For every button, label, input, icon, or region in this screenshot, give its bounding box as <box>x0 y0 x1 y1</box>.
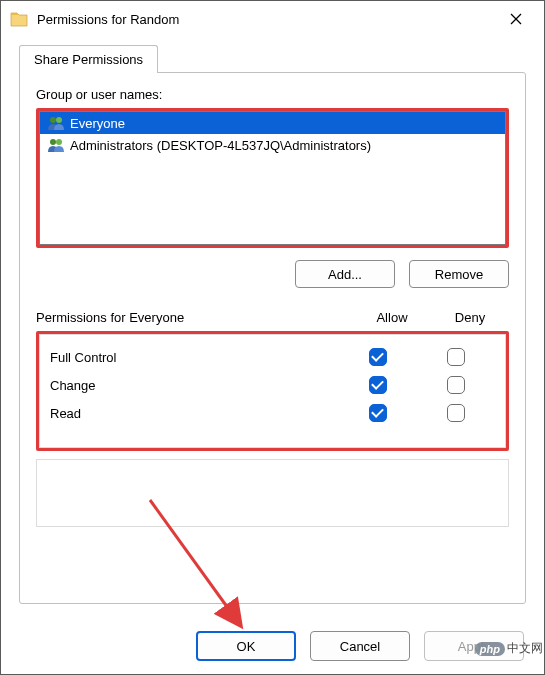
perm-name: Change <box>50 378 339 393</box>
user-row-administrators[interactable]: Administrators (DESKTOP-4L537JQ\Administ… <box>40 134 505 156</box>
svg-point-4 <box>50 139 56 145</box>
watermark-text: 中文网 <box>507 640 543 657</box>
users-group-icon <box>46 137 66 153</box>
user-list-highlight: Everyone Administrators (DESKTOP-4L537JQ… <box>36 108 509 248</box>
window-title: Permissions for Random <box>37 12 494 27</box>
allow-checkbox-read[interactable] <box>369 404 387 422</box>
users-group-icon <box>46 115 66 131</box>
remove-button[interactable]: Remove <box>409 260 509 288</box>
deny-column-header: Deny <box>431 310 509 325</box>
permissions-title: Permissions for Everyone <box>36 310 353 325</box>
tab-share-permissions[interactable]: Share Permissions <box>19 45 158 73</box>
watermark-brand: php <box>475 642 505 656</box>
close-button[interactable] <box>494 4 538 34</box>
deny-checkbox-full-control[interactable] <box>447 348 465 366</box>
add-button[interactable]: Add... <box>295 260 395 288</box>
perm-row-change: Change <box>50 371 495 399</box>
ok-button[interactable]: OK <box>196 631 296 661</box>
deny-checkbox-read[interactable] <box>447 404 465 422</box>
titlebar: Permissions for Random <box>1 1 544 37</box>
user-name: Administrators (DESKTOP-4L537JQ\Administ… <box>70 138 371 153</box>
user-row-everyone[interactable]: Everyone <box>40 112 505 134</box>
group-user-label: Group or user names: <box>36 87 509 102</box>
deny-checkbox-change[interactable] <box>447 376 465 394</box>
list-button-row: Add... Remove <box>36 260 509 288</box>
user-name: Everyone <box>70 116 125 131</box>
allow-checkbox-full-control[interactable] <box>369 348 387 366</box>
permissions-table: Full Control Change Read <box>39 334 506 448</box>
allow-checkbox-change[interactable] <box>369 376 387 394</box>
user-list[interactable]: Everyone Administrators (DESKTOP-4L537JQ… <box>39 111 506 245</box>
dialog-body: Share Permissions Group or user names: <box>1 37 544 618</box>
dialog-footer: OK Cancel Apply <box>1 618 544 674</box>
svg-point-5 <box>56 139 62 145</box>
svg-point-2 <box>50 117 56 123</box>
close-icon <box>510 13 522 25</box>
perm-name: Full Control <box>50 350 339 365</box>
perm-row-full-control: Full Control <box>50 343 495 371</box>
permissions-table-highlight: Full Control Change Read <box>36 331 509 451</box>
folder-icon <box>9 9 29 29</box>
permissions-header: Permissions for Everyone Allow Deny <box>36 310 509 325</box>
tab-panel: Group or user names: Everyone <box>19 72 526 604</box>
cancel-button[interactable]: Cancel <box>310 631 410 661</box>
blank-panel <box>36 459 509 527</box>
perm-row-read: Read <box>50 399 495 427</box>
svg-point-3 <box>56 117 62 123</box>
allow-column-header: Allow <box>353 310 431 325</box>
permissions-dialog: Permissions for Random Share Permissions… <box>0 0 545 675</box>
perm-name: Read <box>50 406 339 421</box>
watermark: php 中文网 <box>475 640 543 657</box>
tabs: Share Permissions <box>19 45 526 73</box>
